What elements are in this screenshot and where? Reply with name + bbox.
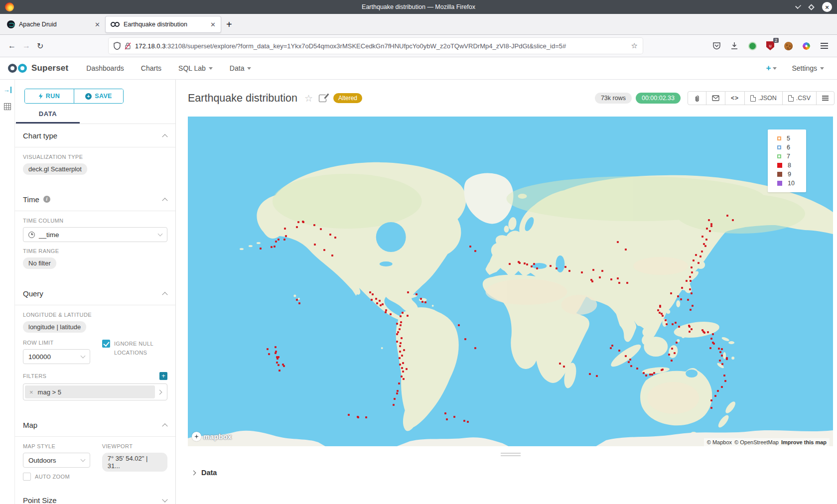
data-collapse-header[interactable]: Data bbox=[188, 469, 833, 477]
export-json-button[interactable]: .JSON bbox=[744, 92, 782, 105]
export-csv-button[interactable]: .CSV bbox=[782, 92, 816, 105]
nav-dashboards[interactable]: Dashboards bbox=[86, 64, 124, 72]
settings-menu[interactable]: Settings bbox=[792, 64, 824, 72]
checkbox-checked-icon[interactable] bbox=[102, 340, 110, 348]
section-chart-type-header[interactable]: Chart type bbox=[15, 124, 175, 147]
window-maximize-icon[interactable] bbox=[808, 4, 815, 10]
tab-close-icon[interactable]: ✕ bbox=[210, 21, 216, 28]
dataset-grid-icon[interactable] bbox=[4, 103, 11, 110]
legend-item: 7 bbox=[777, 152, 806, 161]
tab-apache-druid[interactable]: Apache Druid ✕ bbox=[2, 16, 105, 33]
file-icon bbox=[788, 95, 794, 102]
checkbox-unchecked-icon[interactable] bbox=[23, 473, 31, 481]
improve-map-link[interactable]: Improve this map bbox=[781, 439, 827, 445]
edit-properties-icon[interactable] bbox=[319, 95, 326, 102]
left-icon-strip: → bbox=[0, 80, 15, 504]
tab-data[interactable]: DATA bbox=[16, 110, 80, 124]
map-attribution: © Mapbox © OpenStreetMap Improve this ma… bbox=[704, 438, 830, 446]
add-new-button[interactable]: + bbox=[766, 63, 777, 73]
insecure-lock-icon[interactable] bbox=[125, 42, 131, 50]
cookie-icon[interactable] bbox=[783, 41, 793, 51]
envelope-icon bbox=[712, 95, 719, 101]
row-limit-select[interactable]: 100000 bbox=[23, 349, 90, 364]
chart-menu-button[interactable] bbox=[816, 92, 834, 105]
add-filter-button[interactable]: + bbox=[159, 372, 167, 380]
window-minimize-icon[interactable] bbox=[795, 3, 801, 9]
extension-green-icon[interactable] bbox=[747, 41, 757, 51]
superset-favicon bbox=[111, 22, 120, 27]
save-button[interactable]: +SAVE bbox=[74, 89, 123, 103]
filter-field[interactable]: × mag > 5 bbox=[23, 383, 167, 400]
firefox-icon bbox=[5, 2, 14, 11]
tracking-protection-shield-icon[interactable] bbox=[114, 42, 121, 50]
url-host: 172.18.0.3 bbox=[135, 42, 165, 50]
remove-filter-icon[interactable]: × bbox=[29, 388, 33, 396]
viz-type-label: VISUALIZATION TYPE bbox=[23, 154, 167, 160]
new-tab-button[interactable]: + bbox=[226, 19, 232, 30]
chevron-down-icon bbox=[209, 67, 213, 70]
chevron-up-icon bbox=[162, 423, 167, 429]
section-time-header[interactable]: Timei bbox=[15, 188, 175, 211]
embed-code-button[interactable]: <> bbox=[725, 92, 744, 105]
chevron-right-icon[interactable] bbox=[157, 389, 162, 394]
time-column-select[interactable]: __time bbox=[23, 227, 167, 242]
run-button[interactable]: RUN bbox=[25, 89, 74, 103]
panel-resize-handle[interactable] bbox=[501, 453, 521, 456]
window-close-icon[interactable]: × bbox=[822, 2, 832, 12]
save-circle-icon: + bbox=[85, 93, 92, 100]
attribution-mapbox-link[interactable]: © Mapbox bbox=[707, 439, 732, 445]
chevron-down-icon bbox=[162, 497, 167, 502]
file-icon bbox=[750, 95, 756, 102]
viewport-value[interactable]: 7° 35' 54.02" | 31... bbox=[102, 453, 167, 472]
ublock-shield-icon[interactable]: u2 bbox=[765, 41, 775, 51]
ignore-null-checkbox-row[interactable]: IGNORE NULL LOCATIONS bbox=[102, 340, 159, 357]
url-text[interactable]: 172.18.0.3:32108/superset/explore/?form_… bbox=[135, 42, 627, 50]
mapbox-logo[interactable]: mapbox bbox=[192, 432, 232, 441]
favorite-star-icon[interactable]: ☆ bbox=[304, 93, 313, 104]
nav-sql-lab[interactable]: SQL Lab bbox=[178, 64, 213, 72]
tab-earthquake-distribution[interactable]: Earthquake distribution ✕ bbox=[105, 16, 221, 33]
deckgl-scatterplot-map[interactable]: 5 6 7 8 9 10 mapbox © Mapbox © OpenStree… bbox=[188, 117, 833, 446]
time-range-value[interactable]: No filter bbox=[23, 257, 56, 269]
query-timer-badge: 00:00:02.33 bbox=[636, 93, 681, 104]
code-icon: <> bbox=[731, 95, 739, 102]
bookmark-star-icon[interactable]: ☆ bbox=[631, 41, 638, 50]
chevron-down-icon bbox=[80, 457, 85, 462]
tab-label: Apache Druid bbox=[19, 21, 91, 28]
window-title: Earthquake distribution — Mozilla Firefo… bbox=[0, 3, 837, 10]
downloads-icon[interactable] bbox=[729, 41, 739, 51]
legend-item: 5 bbox=[777, 134, 806, 143]
reload-button[interactable]: ↻ bbox=[37, 41, 43, 51]
forward-button[interactable]: → bbox=[22, 41, 30, 50]
viz-type-value[interactable]: deck.gl Scatterplot bbox=[23, 163, 87, 175]
superset-logo[interactable]: Superset bbox=[8, 63, 68, 73]
chevron-down-icon bbox=[820, 67, 824, 70]
menu-hamburger-icon[interactable] bbox=[819, 41, 829, 51]
colorful-asterisk-extension-icon[interactable] bbox=[801, 41, 811, 51]
auto-zoom-checkbox-row[interactable]: AUTO ZOOM bbox=[23, 473, 90, 481]
altered-badge[interactable]: Altered bbox=[333, 93, 362, 103]
nav-charts[interactable]: Charts bbox=[141, 64, 161, 72]
attribution-osm-link[interactable]: © OpenStreetMap bbox=[734, 439, 779, 445]
back-button[interactable]: ← bbox=[8, 41, 16, 50]
section-point-size-header[interactable]: Point Size bbox=[15, 489, 175, 504]
email-button[interactable] bbox=[706, 92, 725, 105]
info-icon: i bbox=[43, 196, 50, 203]
nav-data[interactable]: Data bbox=[230, 64, 252, 72]
url-bar[interactable]: 172.18.0.3:32108/superset/explore/?form_… bbox=[109, 38, 643, 54]
map-style-select[interactable]: Outdoors bbox=[23, 453, 90, 468]
section-query-header[interactable]: Query bbox=[15, 282, 175, 305]
legend-item: 8 bbox=[777, 161, 806, 170]
filter-chip[interactable]: × mag > 5 bbox=[25, 385, 155, 398]
panel-expand-icon[interactable]: → bbox=[3, 87, 11, 93]
viewport-label: VIEWPORT bbox=[102, 443, 167, 449]
auto-zoom-label: AUTO ZOOM bbox=[35, 473, 70, 481]
tab-close-icon[interactable]: ✕ bbox=[95, 21, 100, 28]
sidebar-scroll-area[interactable]: Chart type VISUALIZATION TYPE deck.gl Sc… bbox=[15, 124, 175, 504]
pocket-icon[interactable] bbox=[711, 41, 721, 51]
legend-item: 9 bbox=[777, 170, 806, 179]
chevron-up-icon bbox=[162, 134, 167, 139]
copy-link-button[interactable] bbox=[688, 92, 706, 105]
section-map-header[interactable]: Map bbox=[15, 413, 175, 436]
lonlat-value[interactable]: longitude | latitude bbox=[23, 321, 86, 333]
